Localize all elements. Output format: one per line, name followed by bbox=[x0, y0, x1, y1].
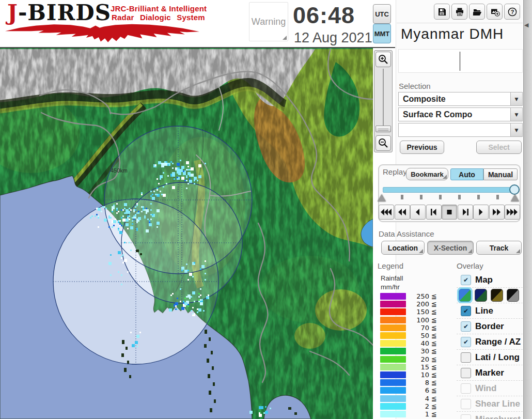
legend-row: 200 ≦ bbox=[380, 300, 437, 308]
map-style-swatch-2[interactable] bbox=[475, 289, 487, 302]
map-style-swatch-4[interactable] bbox=[507, 289, 519, 302]
help-button[interactable]: ? bbox=[504, 4, 520, 20]
map-style-swatch-1[interactable] bbox=[459, 289, 471, 302]
legend-color-swatch bbox=[380, 293, 406, 300]
chevron-down-icon: ▼ bbox=[515, 128, 519, 133]
eagle-logo-icon bbox=[4, 23, 201, 44]
info-box bbox=[398, 49, 523, 73]
legend-color-swatch bbox=[380, 395, 406, 402]
radar-map[interactable]: 450km bbox=[0, 48, 373, 419]
playback-fwd3-button[interactable] bbox=[505, 205, 520, 220]
previous-button[interactable]: Previous bbox=[400, 141, 444, 154]
info-box-divider bbox=[460, 52, 460, 71]
playback-play-button[interactable] bbox=[473, 205, 489, 220]
legend-row: 10 ≦ bbox=[380, 371, 437, 379]
bookmark-button[interactable]: Bookmark bbox=[406, 168, 448, 180]
zoom-slider-track[interactable] bbox=[383, 69, 384, 130]
rew3-icon bbox=[381, 209, 392, 215]
playback-stepback-button[interactable] bbox=[426, 205, 442, 220]
legend-row: 15 ≦ bbox=[380, 363, 437, 371]
location-button[interactable]: Location bbox=[381, 241, 425, 255]
playback-stop-button[interactable] bbox=[442, 205, 457, 220]
toolbar-separator bbox=[397, 23, 523, 23]
legend-scale: 250 ≦200 ≦150 ≦100 ≦70 ≦50 ≦40 ≦30 ≦20 ≦… bbox=[380, 292, 437, 418]
collapse-panel-arrow-icon[interactable]: ◀ bbox=[524, 22, 528, 28]
timezone-mmt-button[interactable]: MMT bbox=[373, 24, 391, 43]
select-button[interactable]: Select bbox=[476, 141, 522, 154]
overlay-item-label: Shear Line bbox=[475, 399, 520, 409]
data-assistance-label: Data Assistance bbox=[379, 229, 434, 238]
legend-unit-line1: Rainfall bbox=[381, 274, 403, 282]
track-button[interactable]: Track bbox=[476, 241, 522, 255]
capture-add-icon bbox=[490, 7, 500, 17]
map-style-swatch-3[interactable] bbox=[491, 289, 503, 302]
timeline-tick bbox=[439, 195, 442, 199]
playback-rew3-button[interactable] bbox=[379, 205, 394, 220]
replay-manual-button[interactable]: Manual bbox=[483, 168, 518, 180]
open-folder-button[interactable] bbox=[469, 4, 485, 20]
overlay-label: Overlay bbox=[457, 261, 483, 270]
zoom-out-button[interactable] bbox=[375, 135, 391, 151]
playback-fwd2-button[interactable] bbox=[489, 205, 505, 220]
legend-value: 30 ≦ bbox=[406, 347, 437, 355]
zoom-in-button[interactable] bbox=[375, 52, 391, 67]
legend-color-swatch bbox=[380, 356, 406, 363]
legend-color-swatch bbox=[380, 308, 406, 315]
checkbox-map[interactable]: ✔ bbox=[461, 275, 471, 285]
playback-back-button[interactable] bbox=[410, 205, 426, 220]
selection-dropdown-2[interactable]: Surface R Compo▼ bbox=[398, 107, 523, 121]
dropdown-value: Surface R Compo bbox=[399, 110, 510, 119]
selection-dropdown-1[interactable]: Composite▼ bbox=[398, 92, 523, 106]
timezone-utc-button[interactable]: UTC bbox=[373, 4, 391, 24]
checkbox-marker[interactable] bbox=[461, 368, 471, 378]
overlay-row-marker: Marker bbox=[457, 365, 523, 381]
playback-rew2-button[interactable] bbox=[395, 205, 410, 220]
replay-label: Replay bbox=[383, 167, 407, 176]
dropdown-arrow-button[interactable]: ▼ bbox=[510, 108, 522, 121]
print-button[interactable] bbox=[451, 4, 467, 20]
overlay-row-wind: Wind bbox=[457, 381, 523, 396]
legend-value: 150 ≦ bbox=[406, 308, 437, 316]
legend-color-swatch bbox=[380, 317, 406, 323]
timeline-tick bbox=[458, 195, 461, 199]
overlay-row-range-az: ✔Range / AZ bbox=[457, 334, 523, 350]
rew2-icon bbox=[397, 209, 408, 215]
dropdown-value: Composite bbox=[399, 95, 510, 104]
overlay-item-label: Map bbox=[475, 275, 493, 285]
legend-row: 40 ≦ bbox=[380, 339, 437, 347]
dropdown-arrow-button[interactable]: ▼ bbox=[510, 92, 522, 105]
checkbox-range-az[interactable]: ✔ bbox=[461, 337, 471, 347]
timeline-handle[interactable] bbox=[509, 184, 520, 195]
timeline-track[interactable] bbox=[383, 187, 515, 193]
checkbox-wind[interactable] bbox=[461, 383, 471, 394]
overlay-row-shear-line: Shear Line bbox=[457, 396, 523, 412]
overlay-row-map: ✔Map bbox=[457, 272, 523, 288]
save-button[interactable] bbox=[434, 4, 450, 20]
timeline-tick bbox=[496, 195, 499, 199]
legend-value: 6 ≦ bbox=[406, 386, 437, 394]
zoom-slider-handle[interactable] bbox=[375, 126, 391, 132]
x-section-button[interactable]: X-Section bbox=[427, 241, 474, 255]
checkbox-border[interactable]: ✔ bbox=[461, 321, 471, 332]
checkbox-microburst[interactable] bbox=[461, 414, 471, 419]
overlay-item-label: Wind bbox=[475, 383, 496, 394]
playback-stepfwd-button[interactable] bbox=[458, 205, 473, 220]
checkbox-lati-long[interactable] bbox=[461, 352, 471, 363]
warning-button[interactable]: Warning bbox=[249, 2, 288, 41]
toolbar: ? bbox=[434, 4, 520, 20]
legend-value: 20 ≦ bbox=[406, 355, 437, 363]
checkbox-line[interactable]: ✔ bbox=[461, 306, 471, 316]
legend-color-swatch bbox=[380, 371, 406, 378]
capture-add-button[interactable] bbox=[487, 4, 503, 20]
legend-color-swatch bbox=[380, 364, 406, 370]
replay-auto-button[interactable]: Auto bbox=[450, 168, 483, 180]
checkbox-shear-line[interactable] bbox=[461, 399, 471, 409]
legend-value: 8 ≦ bbox=[406, 379, 437, 386]
legend-color-swatch bbox=[380, 411, 406, 417]
clock-time: 06:48 bbox=[293, 2, 355, 29]
legend-row: 100 ≦ bbox=[380, 316, 437, 324]
selection-dropdown-3[interactable]: ▼ bbox=[398, 123, 523, 137]
overlay-item-label: Lati / Long bbox=[475, 352, 520, 363]
dropdown-arrow-button[interactable]: ▼ bbox=[510, 123, 522, 136]
stepback-icon bbox=[428, 209, 440, 215]
